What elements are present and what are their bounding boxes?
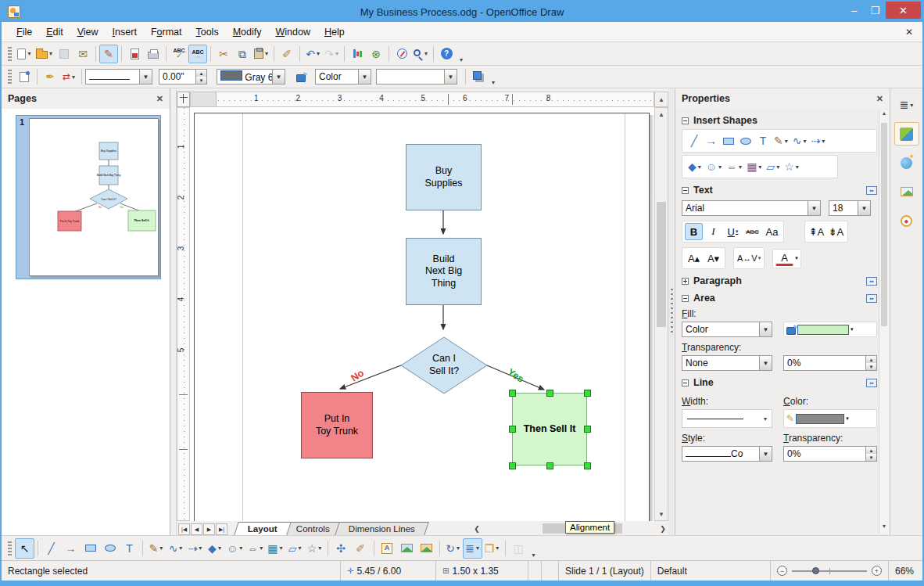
toolbar-overflow-button[interactable]: ▾ xyxy=(489,79,497,88)
styles-button[interactable] xyxy=(15,67,34,86)
change-case-button[interactable]: Aa xyxy=(763,223,781,240)
sidebar-scrollbar[interactable]: ▲ ▼ xyxy=(879,110,889,534)
strikethrough-button[interactable]: ABC xyxy=(743,223,761,240)
email-document-button[interactable]: ✉ xyxy=(73,45,92,63)
dropdown-arrow[interactable]: ▼ xyxy=(272,70,285,84)
dialog-launcher-icon[interactable] xyxy=(866,186,877,195)
hyperlink-button[interactable]: ⊛ xyxy=(367,45,385,63)
dropdown-arrow[interactable]: ▾ xyxy=(179,545,182,552)
selection-handle[interactable] xyxy=(509,426,516,433)
scroll-right-icon[interactable]: ❯ xyxy=(657,525,668,533)
sidebar-menu-button[interactable]: ≣▾ xyxy=(894,93,919,117)
character-spacing-button[interactable]: A↔V▾ xyxy=(736,250,761,267)
menu-tools[interactable]: Tools xyxy=(188,23,225,41)
dropdown-arrow[interactable]: ▾ xyxy=(239,545,242,552)
insert-line-button[interactable]: ╱ xyxy=(686,131,703,150)
navigator-button[interactable] xyxy=(392,45,411,63)
line-width-select[interactable]: ▾ xyxy=(682,409,772,428)
insert-connector-button[interactable]: ∿▾ xyxy=(790,131,809,150)
toolbar-overflow-button[interactable]: ▾ xyxy=(457,56,465,65)
block-arrows-button[interactable]: ⇔▾ xyxy=(724,157,744,176)
toolbar-overflow-button[interactable]: ▾ xyxy=(530,552,538,560)
bold-button[interactable]: B xyxy=(685,223,703,240)
panel-splitter[interactable] xyxy=(170,88,177,535)
callouts-button[interactable]: ▱▾ xyxy=(764,157,782,176)
line-style-select[interactable]: Co ▼ xyxy=(682,446,772,462)
lines-arrows-button[interactable]: ⇢▾ xyxy=(185,538,205,559)
decrease-spacing-icon[interactable]: ⇟A xyxy=(827,223,845,240)
dropdown-arrow[interactable]: ▾ xyxy=(424,50,428,57)
dropdown-arrow[interactable]: ▾ xyxy=(846,415,849,422)
flowchart-shape-then-sell-it[interactable]: Then Sell It xyxy=(512,393,587,466)
zoom-in-icon[interactable]: + xyxy=(872,566,882,576)
dropdown-arrow[interactable]: ▼ xyxy=(759,322,772,336)
edit-points-button[interactable]: ✣ xyxy=(331,538,351,559)
dropdown-arrow[interactable]: ▾ xyxy=(698,164,701,171)
fill-type-select[interactable]: Color ▼ xyxy=(682,322,772,337)
scroll-up-icon[interactable]: ▲ xyxy=(879,110,889,120)
scroll-down-icon[interactable]: ▼ xyxy=(655,508,668,520)
increase-spacing-icon[interactable]: ⇞A xyxy=(808,223,826,240)
selection-handle[interactable] xyxy=(546,390,553,397)
basic-shapes-button[interactable]: ◆▾ xyxy=(686,157,704,176)
line-button[interactable]: ╱ xyxy=(41,538,61,559)
dropdown-arrow[interactable]: ▾ xyxy=(317,50,320,57)
dropdown-arrow[interactable]: ▾ xyxy=(280,545,283,552)
insert-line-arrow-button[interactable]: → xyxy=(703,131,720,150)
insert-rectangle-button[interactable] xyxy=(720,131,737,150)
dropdown-arrow[interactable]: ▼ xyxy=(444,70,457,84)
collapse-icon[interactable] xyxy=(682,379,689,386)
dropdown-arrow[interactable]: ▾ xyxy=(199,545,202,552)
toolbar-grip[interactable] xyxy=(8,541,12,555)
font-size-select[interactable]: 18 ▼ xyxy=(829,200,871,216)
menu-format[interactable]: Format xyxy=(144,23,189,41)
spin-down-icon[interactable]: ▼ xyxy=(866,454,876,461)
line-width-spinner[interactable]: 0.00" ▲▼ xyxy=(159,69,207,84)
italic-button[interactable]: I xyxy=(704,223,722,240)
menu-file[interactable]: File xyxy=(9,23,39,41)
drawing-canvas[interactable]: Buy Supplies Build Next Big Thing Can I … xyxy=(190,107,654,521)
menu-edit[interactable]: Edit xyxy=(39,23,70,41)
block-arrows-button[interactable]: ⇔▾ xyxy=(245,538,265,559)
section-insert-shapes[interactable]: Insert Shapes xyxy=(682,115,877,126)
flowchart-shape-decision[interactable]: Can I Sell It? xyxy=(401,337,487,394)
connector-button[interactable]: ∿▾ xyxy=(166,538,185,559)
selection-handle[interactable] xyxy=(546,462,553,469)
gallery-button[interactable] xyxy=(417,538,436,559)
selection-handle[interactable] xyxy=(509,462,516,469)
dropdown-arrow[interactable]: ▼ xyxy=(808,201,820,215)
scroll-down-icon[interactable]: ▼ xyxy=(879,523,889,534)
flowchart-button[interactable]: ▦▾ xyxy=(265,538,285,559)
dropdown-arrow[interactable]: ▼ xyxy=(759,447,772,461)
flowchart-button[interactable]: ▦▾ xyxy=(744,157,764,176)
insert-ellipse-button[interactable] xyxy=(737,131,754,150)
transparency-type-select[interactable]: None ▼ xyxy=(682,355,772,371)
page-thumbnail[interactable]: 1 Buy Supplies xyxy=(16,115,161,279)
dropdown-arrow[interactable]: ▾ xyxy=(795,255,798,261)
insert-chart-button[interactable] xyxy=(348,45,367,63)
line-color-picker[interactable]: ✎ ▾ xyxy=(783,409,877,428)
dropdown-arrow[interactable]: ▾ xyxy=(260,545,263,552)
previous-page-icon[interactable]: ◀ xyxy=(191,523,202,535)
scroll-left-icon[interactable]: ❮ xyxy=(471,525,482,533)
spin-up-icon[interactable]: ▲ xyxy=(866,447,876,454)
menu-modify[interactable]: Modify xyxy=(226,23,269,41)
dropdown-arrow[interactable]: ▾ xyxy=(736,228,739,235)
sidebar-splitter[interactable] xyxy=(668,88,675,535)
section-line[interactable]: Line xyxy=(682,377,877,388)
autospellcheck-button[interactable] xyxy=(188,45,207,63)
styles-tab[interactable] xyxy=(894,180,919,203)
undo-button[interactable]: ↶▾ xyxy=(303,45,322,63)
dropdown-arrow[interactable]: ▾ xyxy=(159,545,163,552)
ellipse-button[interactable] xyxy=(100,538,120,559)
from-file-button[interactable] xyxy=(397,538,417,559)
properties-tab[interactable] xyxy=(894,122,919,146)
last-page-icon[interactable]: ▶| xyxy=(216,523,227,535)
scroll-up-icon[interactable]: ▲ xyxy=(654,92,668,107)
flowchart-shape-buy-supplies[interactable]: Buy Supplies xyxy=(406,144,482,210)
symbol-shapes-button[interactable]: ☺▾ xyxy=(224,538,245,559)
underline-button[interactable]: U▾ xyxy=(724,223,742,240)
dropdown-arrow[interactable]: ▾ xyxy=(476,545,479,552)
help-button[interactable] xyxy=(437,45,456,63)
tab-dimension-lines[interactable]: Dimension Lines xyxy=(335,522,429,535)
